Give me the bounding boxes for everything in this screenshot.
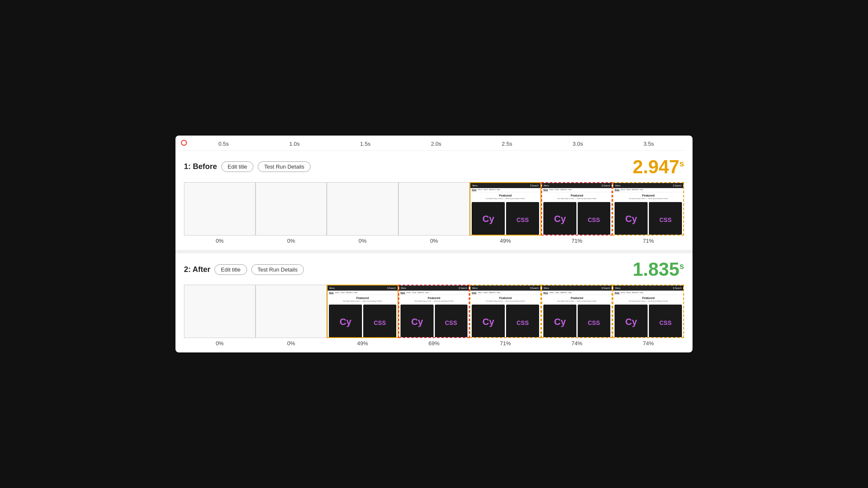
after-score-unit: s bbox=[679, 261, 684, 271]
frame-percentage: 49% bbox=[500, 238, 511, 244]
svg-text:CSS: CSS bbox=[517, 319, 529, 326]
tick-label: 2.0s bbox=[401, 141, 471, 147]
frame-percentage: 71% bbox=[643, 238, 654, 244]
before-score: 2.947s bbox=[633, 158, 684, 176]
frame-percentage: 0% bbox=[430, 238, 438, 244]
before-filmstrip: 0%0%0%0% Menu $ Search Home Shirts Fitte… bbox=[184, 182, 684, 244]
svg-text:Cy: Cy bbox=[554, 214, 566, 225]
frame-percentage: 0% bbox=[359, 238, 367, 244]
svg-text:CSS: CSS bbox=[588, 217, 600, 224]
frame-percentage: 71% bbox=[500, 340, 511, 347]
filmstrip-frame[interactable]: Menu $ Search Home Shirts Fitted WebPerf… bbox=[612, 285, 684, 338]
filmstrip-frame[interactable]: Menu $ Search Home Shirts Fitted WebPerf… bbox=[398, 285, 470, 338]
frame-wrapper: Menu $ Search Home Shirts Fitted WebPerf… bbox=[541, 285, 613, 347]
filmstrip-frame[interactable] bbox=[398, 182, 470, 236]
frame-wrapper: Menu $ Search Home Shirts Fitted WebPerf… bbox=[327, 285, 398, 347]
before-score-unit: s bbox=[679, 159, 684, 168]
svg-text:CSS: CSS bbox=[517, 217, 529, 224]
after-title: 2: After bbox=[184, 265, 210, 274]
svg-text:CSS: CSS bbox=[445, 319, 457, 326]
frame-percentage: 0% bbox=[216, 238, 224, 244]
filmstrip-frame[interactable]: Menu $ Search Home Shirts Fitted WebPerf… bbox=[470, 285, 541, 338]
before-details-button[interactable]: Test Run Details bbox=[258, 161, 311, 172]
filmstrip-frame[interactable]: Menu $ Search Home Shirts Fitted WebPerf… bbox=[327, 285, 398, 338]
frame-wrapper: Menu $ Search Home Shirts Fitted WebPerf… bbox=[541, 182, 613, 244]
before-edit-button[interactable]: Edit title bbox=[221, 161, 253, 172]
frame-wrapper: 0% bbox=[184, 182, 256, 244]
timeline-marker bbox=[181, 140, 187, 146]
frame-wrapper: Menu $ Search Home Shirts Fitted WebPerf… bbox=[612, 285, 684, 347]
frame-wrapper: Menu $ Search Home Shirts Fitted WebPerf… bbox=[612, 182, 684, 244]
filmstrip-frame[interactable]: Menu $ Search Home Shirts Fitted WebPerf… bbox=[470, 182, 541, 236]
filmstrip-frame[interactable]: Menu $ Search Home Shirts Fitted WebPerf… bbox=[612, 182, 684, 236]
before-title: 1: Before bbox=[184, 162, 217, 171]
after-edit-button[interactable]: Edit title bbox=[214, 264, 247, 275]
filmstrip-frame[interactable]: Menu $ Search Home Shirts Fitted WebPerf… bbox=[541, 285, 613, 338]
svg-text:CSS: CSS bbox=[373, 319, 386, 326]
svg-text:Cy: Cy bbox=[625, 214, 637, 225]
frame-percentage: 74% bbox=[643, 340, 654, 347]
filmstrip-frame[interactable] bbox=[256, 182, 327, 236]
svg-text:Cy: Cy bbox=[625, 316, 637, 327]
frame-percentage: 0% bbox=[287, 340, 295, 347]
before-section: 1: Before Edit title Test Run Details 2.… bbox=[175, 151, 693, 250]
svg-text:CSS: CSS bbox=[659, 319, 672, 326]
frame-wrapper: 0% bbox=[327, 182, 398, 244]
frame-wrapper: 0% bbox=[184, 285, 256, 347]
tick-label: 3.0s bbox=[542, 141, 613, 147]
timeline-header: 0.5s1.0s1.5s2.0s2.5s3.0s3.5s bbox=[184, 136, 684, 151]
tick-label: 0.5s bbox=[188, 141, 259, 147]
frame-wrapper: 0% bbox=[256, 285, 327, 347]
frame-percentage: 0% bbox=[287, 238, 295, 244]
after-filmstrip: 0%0% Menu $ Search Home Shirts Fitted We… bbox=[184, 285, 684, 347]
filmstrip-frame[interactable] bbox=[327, 182, 398, 236]
svg-text:Cy: Cy bbox=[482, 316, 494, 327]
svg-text:CSS: CSS bbox=[659, 217, 672, 224]
svg-text:Cy: Cy bbox=[411, 316, 423, 327]
svg-text:Cy: Cy bbox=[339, 316, 351, 327]
frame-percentage: 74% bbox=[571, 340, 582, 347]
after-details-button[interactable]: Test Run Details bbox=[251, 264, 304, 275]
frame-wrapper: 0% bbox=[256, 182, 327, 244]
after-section-header: 2: After Edit title Test Run Details 1.8… bbox=[184, 260, 684, 279]
tick-label: 1.5s bbox=[330, 141, 401, 147]
frame-percentage: 49% bbox=[357, 340, 368, 347]
after-score-value: 1.835 bbox=[633, 259, 679, 280]
filmstrip-frame[interactable] bbox=[184, 182, 256, 236]
frame-wrapper: Menu $ Search Home Shirts Fitted WebPerf… bbox=[470, 285, 541, 347]
frame-percentage: 71% bbox=[571, 238, 582, 244]
after-section: 2: After Edit title Test Run Details 1.8… bbox=[175, 253, 693, 352]
tick-label: 2.5s bbox=[472, 141, 542, 147]
before-section-header: 1: Before Edit title Test Run Details 2.… bbox=[184, 158, 684, 176]
before-score-value: 2.947 bbox=[633, 156, 679, 177]
frame-wrapper: Menu $ Search Home Shirts Fitted WebPerf… bbox=[398, 285, 470, 347]
frame-percentage: 69% bbox=[428, 340, 440, 347]
frame-percentage: 0% bbox=[216, 340, 224, 347]
filmstrip-frame[interactable] bbox=[256, 285, 327, 338]
svg-text:Cy: Cy bbox=[554, 316, 566, 327]
frame-wrapper: Menu $ Search Home Shirts Fitted WebPerf… bbox=[470, 182, 541, 244]
tick-label: 3.5s bbox=[613, 141, 684, 147]
svg-text:CSS: CSS bbox=[588, 319, 600, 326]
filmstrip-frame[interactable]: Menu $ Search Home Shirts Fitted WebPerf… bbox=[541, 182, 613, 236]
section-divider bbox=[175, 250, 693, 253]
timeline-ticks: 0.5s1.0s1.5s2.0s2.5s3.0s3.5s bbox=[188, 141, 684, 147]
after-score: 1.835s bbox=[633, 260, 684, 279]
main-container: 0.5s1.0s1.5s2.0s2.5s3.0s3.5s 1: Before E… bbox=[175, 136, 693, 353]
tick-label: 1.0s bbox=[259, 141, 330, 147]
frame-wrapper: 0% bbox=[398, 182, 470, 244]
filmstrip-frame[interactable] bbox=[184, 285, 256, 338]
svg-text:Cy: Cy bbox=[482, 214, 494, 225]
